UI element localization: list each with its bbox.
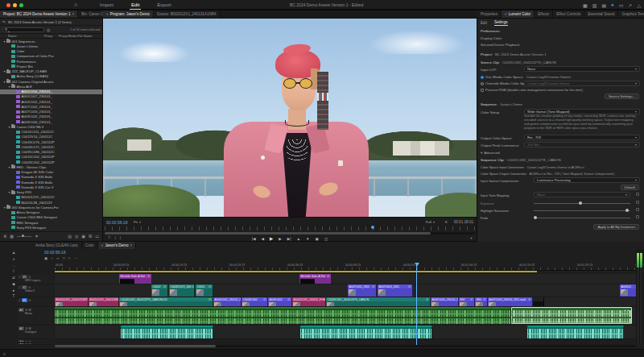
timeline-tab-color[interactable]: Color: [82, 242, 98, 249]
solo-button[interactable]: S: [26, 309, 27, 312]
panel-menu-icon[interactable]: ≡: [505, 12, 507, 16]
clip-c0043c092-240112ztk-canonc03[interactable]: C0043C092_240112ZTK_CANONC03ⓕ: [119, 297, 213, 306]
toggle-track-output-icon[interactable]: ⊙: [28, 286, 31, 289]
mute-button[interactable]: M: [28, 327, 31, 330]
track-header-v1[interactable]: □V1⊙: [18, 297, 53, 307]
quick-export-icon[interactable]: ▤: [601, 2, 606, 8]
button-editor-icon[interactable]: +: [470, 235, 473, 240]
audio-track-a2[interactable]: [55, 326, 636, 339]
solo-button[interactable]: S: [26, 343, 27, 345]
exposure-checkbox[interactable]: [636, 201, 639, 204]
column-name[interactable]: Name: [8, 34, 17, 38]
toggle-track-output-icon[interactable]: ⊙: [28, 276, 31, 279]
panel-menu-icon[interactable]: ≡: [106, 12, 109, 16]
clip-a007c003-2301[interactable]: A007C003_2301ⓕ: [378, 284, 413, 297]
settings-wrench-icon[interactable]: ✕: [444, 220, 448, 224]
notifications-icon[interactable]: △: [637, 2, 641, 8]
panel-menu-icon[interactable]: ≡: [101, 243, 104, 247]
radio-on-icon[interactable]: [481, 76, 484, 79]
input-lut-dropdown[interactable]: None▾: [524, 66, 640, 72]
lock-icon[interactable]: □: [19, 299, 20, 302]
minimize-window-button[interactable]: [13, 3, 17, 7]
timeline-tab-jason-s-demo[interactable]: ≡Jason's Demo×: [98, 242, 136, 249]
clip-c0043c092-240112ztk-canon[interactable]: C0043C092_240112ZTK_CANONⓕ: [326, 297, 431, 306]
slip-tool-icon[interactable]: ⇄: [12, 276, 15, 280]
new-item-icon[interactable]: ⊞: [89, 234, 92, 239]
playback-resolution-dropdown[interactable]: Full▾: [426, 220, 435, 224]
clip-b002012v1-240112-fghc[interactable]: B002012V1_240112_FGHCⓕ: [292, 297, 326, 306]
hand-tool-icon[interactable]: ●: [13, 289, 15, 293]
navigate-up-icon[interactable]: ⬑: [2, 19, 6, 24]
clip-a009c002[interactable]: A009C002ⓕ: [268, 297, 292, 306]
close-window-button[interactable]: [6, 3, 10, 7]
track-target-a2[interactable]: A2: [19, 326, 24, 330]
monitor-scrollbar-thumb[interactable]: [105, 232, 431, 235]
right-tab-essential-sound[interactable]: Essential Sound: [584, 10, 618, 18]
find-icon[interactable]: ◎: [47, 27, 50, 32]
clip-michelle-solo-a-rol[interactable]: Michelle Solo: A-Rolⓕ: [299, 274, 332, 284]
list-view-icon[interactable]: ≣: [3, 234, 6, 239]
right-tab-graphics-templates[interactable]: Graphics Templates: [618, 10, 644, 18]
timeline-timecode[interactable]: 00:00:56:18: [44, 250, 65, 255]
search-box[interactable]: [2, 27, 44, 32]
track-header-a2[interactable]: A2SMDialogue: [18, 326, 53, 339]
right-tab-properties[interactable]: Properties: [477, 10, 502, 18]
audio-clip[interactable]: [121, 326, 213, 338]
tone-mapping-dropdown[interactable]: None▾: [534, 192, 630, 197]
source-settings-button[interactable]: Source Settings...: [605, 93, 639, 99]
track-header-a1[interactable]: A1SMMusic: [18, 307, 53, 325]
monitor-timecode[interactable]: 00:00:56:18: [106, 220, 127, 225]
video-track-v2[interactable]: C0012ⓕC0043C072_240ⓕC0011ⓕA007C002_2301ⓕ…: [55, 284, 636, 297]
track-header-v3[interactable]: □V3⊙GFX Layers: [18, 274, 53, 284]
audio-track-a1[interactable]: ▲ ▲: [55, 307, 636, 325]
lumetri-subtab-edit[interactable]: Edit: [481, 21, 487, 26]
new-bin-icon[interactable]: ▣: [81, 234, 85, 239]
extract-icon[interactable]: ▼: [306, 237, 310, 241]
monitor-tab-program-jason-s-demo[interactable]: ≡Program: Jason's Demo: [103, 10, 154, 18]
close-icon[interactable]: ×: [72, 12, 75, 16]
mode-tab-import[interactable]: Import: [98, 1, 115, 9]
more-icon[interactable]: ⋯: [73, 256, 76, 260]
clip-b002012v1-240112v1ntr[interactable]: B002012V1_240112V1NTRⓕ: [55, 297, 89, 306]
icon-view-icon[interactable]: ▦: [10, 234, 14, 239]
right-tab-effects[interactable]: Effects: [535, 10, 553, 18]
step-back-icon[interactable]: ◀: [261, 237, 264, 241]
bin-item-sony-fx3-stringout[interactable]: Sony FX3 Stringout: [0, 225, 102, 230]
work-area-bar[interactable]: [55, 271, 537, 272]
mute-button[interactable]: M: [28, 309, 31, 312]
audio-clip[interactable]: ▲ ▲: [511, 307, 632, 324]
highlight-checkbox[interactable]: [636, 208, 639, 211]
timeline-ruler[interactable]: 00:0000:00:09:2300:00:19:2300:00:29:2300…: [55, 263, 636, 271]
device-playback-row[interactable]: Second Device Playback: [477, 43, 644, 47]
clip-a009c006-230101-r1[interactable]: A009C006_230101_R1ⓕ: [431, 297, 459, 306]
exposure-slider[interactable]: [534, 203, 630, 204]
radio-off-icon[interactable]: [481, 82, 484, 85]
fade-slider[interactable]: [534, 218, 630, 218]
monitor-mini-ruler[interactable]: [105, 226, 475, 230]
clip-c0043c062[interactable]: C0043C062ⓕ: [242, 297, 268, 306]
go-to-in-icon[interactable]: |◀: [252, 237, 256, 241]
pen-tool-icon[interactable]: ◆: [12, 283, 15, 287]
sort-icon[interactable]: ▼: [35, 234, 39, 239]
zoom-slider[interactable]: [17, 236, 31, 237]
right-tab-effect-controls[interactable]: Effect Controls: [553, 10, 584, 18]
apply-all-button[interactable]: Apply to All My Instances: [593, 224, 639, 230]
video-track-v3[interactable]: Michelle Solo: A-RolⓕMichelle Solo: A-Ro…: [55, 274, 636, 284]
snap-icon[interactable]: ∩: [51, 256, 53, 260]
lock-icon[interactable]: □: [19, 276, 20, 279]
track-select-tool-icon[interactable]: »: [13, 258, 15, 262]
play-icon[interactable]: ▶: [270, 236, 273, 241]
track-header-a4[interactable]: A4SM: [18, 342, 53, 346]
profile-icon[interactable]: ●: [611, 2, 614, 7]
breadcrumb[interactable]: BC 2024 Demo Assets Version 1 (2 Items): [8, 20, 71, 24]
lift-icon[interactable]: ▲: [296, 237, 300, 241]
ripple-edit-tool-icon[interactable]: ↔: [12, 264, 16, 268]
insert-overwrite-icon[interactable]: ▣: [44, 256, 47, 260]
clip-b002012v1-240112nra[interactable]: B002012V1_240112NRAⓕ: [89, 297, 119, 306]
clip-michelle-solo-a-rol[interactable]: Michelle Solo: A-Rolⓕ: [119, 274, 152, 284]
workspaces-icon[interactable]: ▦: [583, 2, 588, 8]
timeline-scrollbar-thumb[interactable]: [55, 345, 216, 347]
output-color-space-dropdown[interactable]: Rec. 709▾: [524, 135, 640, 140]
video-track-v1[interactable]: B002012V1_240112V1NTRⓕB002012V1_240112NR…: [55, 297, 636, 307]
clip-c0012[interactable]: C0012ⓕ: [151, 284, 168, 297]
